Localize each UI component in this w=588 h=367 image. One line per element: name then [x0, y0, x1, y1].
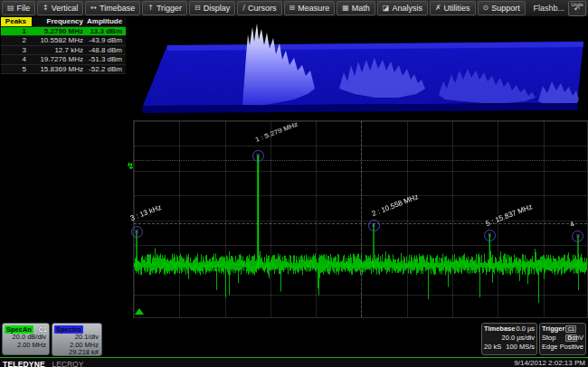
peaks-table-body: 15.2790 MHz13.3 dBm210.5582 MHz-43.9 dBm… [1, 27, 126, 75]
frequency-header-cell[interactable]: Frequency [32, 17, 87, 26]
menu-button-utilities[interactable]: ✗Utilities [430, 1, 476, 15]
vertical-arrows-icon: ↕ [43, 5, 49, 12]
trigger-descriptor-box[interactable]: Trigger C1 DC Stop 0 mV Edge Positive [539, 323, 586, 355]
undo-button[interactable]: Undo ↶ [568, 1, 586, 16]
file-icon: ▤ [7, 5, 14, 12]
graph-area: ✕1 : 5.279 MHz✕2 : 10.558 MHz✕3 : 13 kHz… [127, 16, 588, 322]
menu-button-label: Math [352, 4, 370, 13]
trigger-source-badge: C1 [565, 325, 576, 333]
menu-button-label: Support [491, 4, 520, 13]
trigger-level: 0 mV [567, 334, 583, 343]
menu-button-analysis[interactable]: ◪Analysis [377, 1, 428, 15]
menu-button-file[interactable]: ▤File [2, 1, 35, 15]
table-cell: 5 [1, 65, 32, 74]
cursor-icon: ∕ [242, 5, 245, 12]
support-icon: ⊙ [483, 5, 489, 12]
menu-button-label: Measure [298, 4, 329, 13]
spectrum-grid[interactable]: ✕1 : 5.279 MHz✕2 : 10.558 MHz✕3 : 13 kHz… [133, 120, 588, 318]
zero-frequency-marker-icon [135, 308, 144, 315]
menu-button-label: Display [204, 4, 231, 13]
math-icon: ▦ [342, 5, 349, 12]
table-cell: 19.7276 MHz [32, 55, 87, 64]
peaks-header-cell[interactable]: Peaks [1, 17, 32, 26]
peaks-table-header: Peaks Frequency Amplitude [1, 17, 126, 27]
menu-button-measure[interactable]: ⊞Measure [284, 1, 336, 15]
brand-logo: TELEDYNE LECROY [3, 354, 83, 367]
spectro-descriptor-box[interactable]: Spectro 20.1/div 2.00 MHz 29.218 k# [52, 323, 102, 356]
gridline-center-vertical [361, 121, 362, 317]
table-cell: 2 [1, 36, 32, 45]
brand-secondary: LECROY [52, 360, 83, 367]
menu-button-label: Vertical [52, 4, 79, 13]
table-cell: 13.3 dBm [87, 27, 126, 36]
peak-marker-circle-1[interactable]: ✕ [252, 150, 264, 162]
timebase-title: Timebase [484, 325, 515, 334]
undo-icon: ↶ [574, 6, 581, 14]
table-row-peak-5[interactable]: 515.8369 MHz-52.2 dBm [1, 65, 126, 75]
menu-button-cursors[interactable]: ∕Cursors [237, 1, 281, 15]
peak-marker-circle-2[interactable]: ✕ [368, 220, 380, 231]
menu-button-label: File [17, 4, 31, 13]
table-cell: 3 [1, 46, 32, 55]
table-cell: 4 [1, 55, 32, 64]
table-cell: 5.2790 MHz [32, 27, 87, 36]
peak-marker-circle-5[interactable]: ✕ [484, 230, 496, 241]
menu-button-label: Analysis [392, 4, 422, 13]
oscilloscope-app: ▤File↕Vertical↔Timebase↑Trigger⊟Display∕… [0, 0, 588, 367]
table-cell: 15.8369 MHz [32, 65, 87, 74]
table-cell: -51.3 dBm [87, 55, 126, 64]
amplitude-header-cell[interactable]: Amplitude [87, 17, 126, 26]
table-row-peak-1[interactable]: 15.2790 MHz13.3 dBm [1, 27, 126, 37]
menu-button-display[interactable]: ⊟Display [189, 1, 235, 15]
timebase-descriptor-box[interactable]: Timebase 0.0 µs 20.0 µs/div 20 kS 100 MS… [481, 323, 537, 355]
menu-items: ▤File↕Vertical↔Timebase↑Trigger⊟Display∕… [0, 0, 533, 16]
table-row-peak-2[interactable]: 210.5582 MHz-43.9 dBm [1, 36, 126, 46]
timebase-samplerate: 100 MS/s [506, 343, 535, 352]
table-row-peak-3[interactable]: 312.7 kHz-48.8 dBm [1, 46, 126, 56]
timebase-scale: 20.0 µs/div [502, 334, 535, 343]
table-cell: -52.2 dBm [87, 65, 126, 74]
table-row-peak-4[interactable]: 419.7276 MHz-51.3 dBm [1, 55, 126, 65]
spectrogram-3d-view[interactable] [127, 18, 588, 119]
table-cell: 1 [1, 27, 32, 36]
utilities-icon: ✗ [435, 5, 441, 12]
brand-primary: TELEDYNE [3, 360, 45, 367]
display-icon: ⊟ [194, 5, 201, 12]
menu-button-label: Cursors [248, 4, 277, 13]
peaks-table: Peaks Frequency Amplitude 15.2790 MHz13.… [1, 17, 126, 74]
menu-button-vertical[interactable]: ↕Vertical [37, 1, 83, 15]
analysis-icon: ◪ [383, 5, 390, 12]
table-cell: 12.7 kHz [32, 46, 87, 55]
timebase-offset: 0.0 µs [516, 325, 535, 334]
trigger-title: Trigger [542, 325, 564, 334]
menu-button-label: Utilities [444, 4, 470, 13]
menu-button-label: Timebase [100, 4, 135, 13]
menu-button-timebase[interactable]: ↔Timebase [85, 1, 140, 15]
menu-button-label: Trigger [156, 4, 182, 13]
menu-button-math[interactable]: ▦Math [337, 1, 375, 15]
status-bar: TELEDYNE LECROY 9/14/2012 2:02:13 PM [0, 357, 588, 367]
trace1-indicator-icon[interactable]: ↯ [127, 161, 134, 171]
menu-bar: ▤File↕Vertical↔Timebase↑Trigger⊟Display∕… [0, 0, 588, 16]
trigger-arrow-icon: ↑ [147, 5, 154, 12]
specan-descriptor-box[interactable]: SpecAn C1 20.0 dB/div 2.00 MHz [2, 323, 50, 355]
specan-span: 2.00 MHz [3, 342, 49, 350]
timebase-samples: 20 kS [484, 343, 501, 352]
table-cell: -48.8 dBm [87, 46, 126, 55]
measure-icon: ⊞ [289, 5, 296, 12]
peak-marker-circle-3[interactable]: ✕ [131, 226, 143, 238]
datetime-label: 9/14/2012 2:02:13 PM [514, 359, 585, 367]
trigger-type: Edge [542, 343, 558, 352]
horizontal-arrows-icon: ↔ [90, 5, 97, 12]
flashback-label: Flashb... [533, 4, 564, 13]
table-cell: 10.5582 MHz [32, 36, 87, 45]
trigger-mode: Stop [542, 334, 555, 343]
menu-button-trigger[interactable]: ↑Trigger [142, 1, 187, 15]
menu-button-support[interactable]: ⊙Support [478, 1, 526, 15]
table-cell: -43.9 dBm [87, 36, 126, 45]
trigger-slope: Positive [560, 343, 583, 352]
